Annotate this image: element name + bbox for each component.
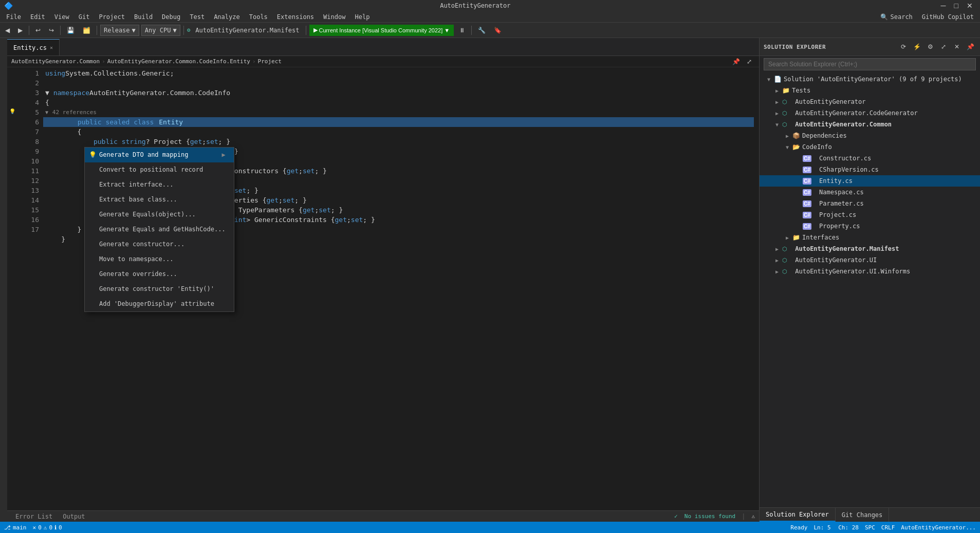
tree-item-property[interactable]: C# Property.cs	[760, 220, 980, 232]
breadcrumb-part-1[interactable]: AutoEntityGenerator.Common	[11, 58, 100, 65]
menu-test[interactable]: Test	[186, 12, 209, 22]
se-close-button[interactable]: ✕	[951, 41, 963, 52]
refactor-move-to-namespace[interactable]: Move to namespace...	[85, 252, 234, 267]
tree-item-aeg[interactable]: ▶ ⬡ AutoEntityGenerator	[760, 96, 980, 107]
status-ln-ch[interactable]: Ln: 5 Ch: 28	[813, 524, 859, 531]
codegen-label: AutoEntityGenerator.CodeGenerator	[795, 109, 917, 117]
menu-build[interactable]: Build	[130, 12, 157, 22]
csharpversion-cs-icon: C#	[803, 167, 811, 173]
output-tab[interactable]: Output	[59, 512, 89, 521]
refactor-add-debugger-display[interactable]: Add 'DebuggerDisplay' attribute	[85, 297, 234, 311]
tree-item-namespace[interactable]: C# Namespace.cs	[760, 187, 980, 198]
maximize-button[interactable]: □	[951, 0, 961, 11]
refactor-extract-base-class[interactable]: Extract base class...	[85, 192, 234, 207]
config-dropdown[interactable]: Release ▼	[100, 25, 139, 36]
github-copilot-button[interactable]: GitHub Copilot	[918, 12, 978, 22]
menu-help[interactable]: Help	[350, 12, 374, 22]
tree-arrow-entity	[794, 178, 801, 184]
refactor-generate-equals[interactable]: Generate Equals(object)...	[85, 207, 234, 222]
manifest-dropdown[interactable]: AutoEntityGenerator.Manifest	[192, 25, 302, 36]
se-filter-button[interactable]: ⚡	[911, 41, 922, 52]
menu-project[interactable]: Project	[95, 12, 129, 22]
tree-item-codeinfo[interactable]: ▼ 📂 CodeInfo	[760, 141, 980, 153]
menu-debug[interactable]: Debug	[158, 12, 184, 22]
breadcrumb-part-2[interactable]: AutoEntityGenerator.Common.CodeInfo.Enti…	[107, 58, 250, 65]
debug-button[interactable]: ⏸	[456, 25, 468, 36]
search-button[interactable]: 🔍 Search	[876, 12, 916, 22]
refactor-generate-equals-hashcode[interactable]: Generate Equals and GetHashCode...	[85, 222, 234, 237]
run-button[interactable]: ▶ Current Instance [Visual Studio Commun…	[309, 25, 454, 36]
breadcrumb-part-3[interactable]: Project	[258, 58, 282, 65]
tree-item-winforms[interactable]: ▶ ⬡ AutoEntityGenerator.UI.Winforms	[760, 266, 980, 277]
tree-item-parameter[interactable]: C# Parameter.cs	[760, 198, 980, 209]
refactor-generate-constructor[interactable]: Generate constructor...	[85, 237, 234, 252]
status-errors[interactable]: ✕ 0 ⚠ 0 ℹ 0	[33, 524, 62, 531]
refactor-convert-positional[interactable]: Convert to positional record	[85, 162, 234, 177]
tab-close-button[interactable]: ✕	[50, 45, 53, 50]
redo-button[interactable]: ↪	[46, 25, 57, 36]
title-bar-controls: ─ □ ✕	[938, 0, 976, 11]
platform-dropdown[interactable]: Any CPU ▼	[141, 25, 180, 36]
menu-edit[interactable]: Edit	[26, 12, 49, 22]
se-tab-solution-explorer[interactable]: Solution Explorer	[760, 508, 836, 522]
menu-tools[interactable]: Tools	[245, 12, 272, 22]
refactor-generate-dto[interactable]: 💡 Generate DTO and mapping ▶	[85, 148, 234, 162]
undo-button[interactable]: ↩	[32, 25, 44, 36]
se-tab-git-changes[interactable]: Git Changes	[836, 508, 889, 522]
chevron-down-icon-2: ▼	[173, 27, 176, 34]
tree-item-tests[interactable]: ▶ 📁 Tests	[760, 85, 980, 96]
se-settings-button[interactable]: ⚙	[924, 41, 936, 52]
tree-solution-root[interactable]: ▼ 📄 Solution 'AutoEntityGenerator' (9 of…	[760, 73, 980, 85]
entity-name: Entity	[158, 117, 184, 127]
se-sync-button[interactable]: ⟳	[898, 41, 909, 52]
se-pin-button[interactable]: 📌	[965, 41, 976, 52]
tree-arrow-property	[794, 224, 801, 229]
tree-item-project[interactable]: C# Project.cs	[760, 209, 980, 220]
status-ready[interactable]: Ready	[790, 524, 807, 531]
error-list-tab[interactable]: Error List	[11, 512, 57, 521]
menu-git[interactable]: Git	[75, 12, 94, 22]
status-line-ending[interactable]: CRLF	[881, 524, 895, 531]
tree-arrow-manifest: ▶	[774, 246, 780, 252]
bottom-tabs: Error List Output ✓ Ready No issues foun…	[7, 510, 759, 522]
code-editor[interactable]: 💡 1 2 3 4 5 6	[7, 67, 759, 510]
tree-item-common[interactable]: ▼ ⬡ AutoEntityGenerator.Common	[760, 119, 980, 130]
refactor-generate-constructor-entity[interactable]: Generate constructor 'Entity()'	[85, 282, 234, 297]
tree-item-interfaces[interactable]: ▶ 📁 Interfaces	[760, 232, 980, 243]
solution-explorer-tree[interactable]: ▼ 📄 Solution 'AutoEntityGenerator' (9 of…	[760, 72, 980, 507]
tab-entity-cs[interactable]: Entity.cs ✕	[7, 39, 60, 56]
se-search-input[interactable]	[764, 58, 976, 70]
refactor-generate-overrides[interactable]: Generate overrides...	[85, 267, 234, 282]
menu-extensions[interactable]: Extensions	[273, 12, 318, 22]
bookmark-button[interactable]: 🔖	[491, 25, 505, 36]
tree-item-csharpversion[interactable]: C# CSharpVersion.cs	[760, 164, 980, 175]
tree-item-manifest[interactable]: ▶ ⬡ AutoEntityGenerator.Manifest	[760, 243, 980, 254]
ui-project-icon: ⬡	[782, 257, 787, 264]
more-tools-button[interactable]: 🔧	[475, 25, 489, 36]
menu-analyze[interactable]: Analyze	[210, 12, 244, 22]
se-expand-button[interactable]: ⤢	[938, 41, 949, 52]
tree-item-ui[interactable]: ▶ ⬡ AutoEntityGenerator.UI	[760, 254, 980, 266]
tree-item-constructor[interactable]: C# Constructor.cs	[760, 153, 980, 164]
nav-forward-button[interactable]: ▶	[15, 25, 26, 36]
code-content[interactable]: using System.Collections.Generic; ▼ name…	[43, 67, 754, 510]
constructor-cs-label: Constructor.cs	[819, 155, 871, 162]
toolbar: ◀ ▶ ↩ ↪ 💾 🗂️ Release ▼ Any CPU ▼ ⚙️ Auto…	[0, 23, 980, 38]
tree-item-codegen[interactable]: ▶ ⬡ AutoEntityGenerator.CodeGenerator	[760, 107, 980, 119]
status-app[interactable]: AutoEntityGenerator...	[901, 524, 976, 531]
save-button[interactable]: 💾	[64, 25, 78, 36]
tree-item-entity[interactable]: C# Entity.cs	[760, 175, 980, 187]
menu-view[interactable]: View	[50, 12, 73, 22]
refactor-extract-interface[interactable]: Extract interface...	[85, 177, 234, 192]
minimize-button[interactable]: ─	[938, 0, 949, 11]
status-branch[interactable]: ⎇ main	[4, 524, 27, 531]
status-encoding[interactable]: SPC	[865, 524, 875, 531]
editor-pin-button[interactable]: 📌	[730, 56, 742, 67]
editor-expand-button[interactable]: ⤢	[744, 56, 755, 67]
tree-item-dependencies[interactable]: ▶ 📦 Dependencies	[760, 130, 980, 141]
menu-window[interactable]: Window	[319, 12, 349, 22]
menu-file[interactable]: File	[2, 12, 25, 22]
save-all-button[interactable]: 🗂️	[80, 25, 94, 36]
close-button[interactable]: ✕	[964, 0, 976, 11]
nav-back-button[interactable]: ◀	[2, 25, 13, 36]
